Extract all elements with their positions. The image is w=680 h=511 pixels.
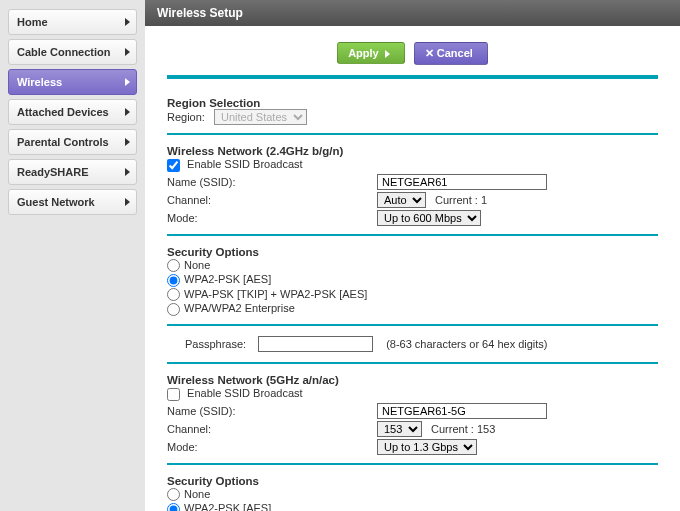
passphrase-input[interactable] [258,336,373,352]
nav-readyshare[interactable]: ReadySHARE [8,159,137,185]
nav-attached-devices[interactable]: Attached Devices [8,99,137,125]
wireless-24-header: Wireless Network (2.4GHz b/g/n) [167,145,658,157]
mode-24-label: Mode: [167,212,377,224]
cancel-button[interactable]: ✕Cancel [414,42,488,65]
channel-5-select[interactable]: 153 [377,421,422,437]
apply-button[interactable]: Apply [337,42,405,64]
mode-24-select[interactable]: Up to 600 Mbps [377,210,481,226]
close-icon: ✕ [425,47,434,59]
sec24-mixed-radio[interactable] [167,288,180,301]
channel-5-current: 153 [477,423,495,435]
wireless-5-header: Wireless Network (5GHz a/n/ac) [167,374,658,386]
page-title: Wireless Setup [145,0,680,26]
passphrase-hint: (8-63 characters or 64 hex digits) [386,338,547,350]
nav-parental-controls[interactable]: Parental Controls [8,129,137,155]
sec24-ent-radio[interactable] [167,303,180,316]
mode-5-label: Mode: [167,441,377,453]
mode-5-select[interactable]: Up to 1.3 Gbps [377,439,477,455]
divider [167,362,658,364]
divider [167,463,658,465]
region-row: Region: United States [167,109,658,125]
nav-label: Parental Controls [17,136,109,148]
ssid-5-label: Name (SSID): [167,405,377,417]
sidebar: Home Cable Connection Wireless Attached … [0,0,145,511]
nav-label: Attached Devices [17,106,109,118]
current-label: Current : [435,194,478,206]
divider [167,234,658,236]
chevron-right-icon [125,138,130,146]
nav-cable-connection[interactable]: Cable Connection [8,39,137,65]
content-area[interactable]: Region Selection Region: United States W… [145,75,680,511]
nav-guest-network[interactable]: Guest Network [8,189,137,215]
nav-label: Wireless [17,76,62,88]
radio-label: WPA2-PSK [AES] [184,502,271,511]
passphrase-row: Passphrase: (8-63 characters or 64 hex d… [167,336,658,352]
divider [167,133,658,135]
chevron-right-icon [125,108,130,116]
nav-label: ReadySHARE [17,166,89,178]
channel-24-label: Channel: [167,194,377,206]
enable-ssid-24: Enable SSID Broadcast [167,158,658,172]
nav-wireless[interactable]: Wireless [8,69,137,95]
channel-5-label: Channel: [167,423,377,435]
sec5-none-radio[interactable] [167,488,180,501]
nav-label: Home [17,16,48,28]
checkbox-label: Enable SSID Broadcast [187,387,303,399]
current-label: Current : [431,423,474,435]
ssid-24-label: Name (SSID): [167,176,377,188]
region-header: Region Selection [167,97,658,109]
main-panel: Wireless Setup Apply ✕Cancel Region Sele… [145,0,680,511]
enable-ssid-5-checkbox[interactable] [167,388,180,401]
radio-label: WPA2-PSK [AES] [184,273,271,285]
chevron-right-icon [125,48,130,56]
chevron-right-icon [125,168,130,176]
radio-label: None [184,488,210,500]
divider [167,324,658,326]
security-24-header: Security Options [167,246,658,258]
chevron-right-icon [385,50,390,58]
sec24-wpa2-radio[interactable] [167,274,180,287]
nav-home[interactable]: Home [8,9,137,35]
channel-24-current: 1 [481,194,487,206]
checkbox-label: Enable SSID Broadcast [187,158,303,170]
security-5-header: Security Options [167,475,658,487]
button-label: Apply [348,47,379,59]
channel-24-select[interactable]: Auto [377,192,426,208]
radio-label: WPA/WPA2 Enterprise [184,302,295,314]
passphrase-label: Passphrase: [167,338,255,350]
button-label: Cancel [437,47,473,59]
ssid-24-input[interactable] [377,174,547,190]
nav-label: Guest Network [17,196,95,208]
chevron-right-icon [125,18,130,26]
ssid-5-input[interactable] [377,403,547,419]
sec24-none-radio[interactable] [167,259,180,272]
nav-label: Cable Connection [17,46,111,58]
sec5-wpa2-radio[interactable] [167,503,180,511]
radio-label: WPA-PSK [TKIP] + WPA2-PSK [AES] [184,288,367,300]
chevron-right-icon [125,78,130,86]
region-label: Region: [167,111,205,123]
region-select[interactable]: United States [214,109,307,125]
radio-label: None [184,259,210,271]
chevron-right-icon [125,198,130,206]
enable-ssid-24-checkbox[interactable] [167,159,180,172]
enable-ssid-5: Enable SSID Broadcast [167,387,658,401]
action-bar: Apply ✕Cancel [145,26,680,75]
